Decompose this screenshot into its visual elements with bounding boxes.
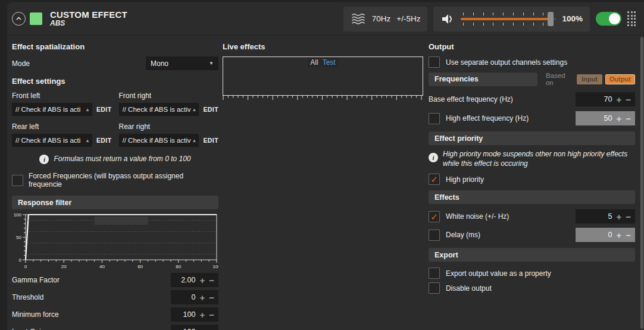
channel-front-right: Front right // Check if ABS is activ ▲ E…	[119, 88, 219, 116]
channel-label: Rear left	[12, 122, 112, 131]
effect-settings-heading: Effect settings	[12, 77, 218, 86]
minimum-force-stepper[interactable]: 100 + −	[171, 307, 218, 322]
slider-ticks-bottom	[463, 23, 554, 26]
svg-text:40: 40	[99, 264, 105, 269]
based-on-input-button[interactable]: Input	[577, 74, 602, 84]
effect-title-block: CUSTOM EFFECT ABS	[50, 10, 127, 28]
output-heading: Output	[429, 42, 635, 51]
decrement-icon[interactable]: −	[626, 231, 631, 240]
increment-icon[interactable]: +	[199, 293, 205, 302]
forced-frequencies-checkbox[interactable]	[12, 175, 23, 186]
svg-text:100: 100	[212, 264, 218, 269]
response-filter-chart[interactable]: 100806040200100500	[12, 211, 218, 270]
export-property-checkbox[interactable]	[429, 268, 440, 279]
forced-frequencies-label: Forced Frequencies (will bypass output a…	[29, 172, 218, 188]
chevron-up-icon	[15, 15, 23, 23]
decrement-icon[interactable]: −	[626, 212, 631, 221]
threshold-stepper[interactable]: 0 + −	[171, 290, 218, 304]
export-header: Export	[429, 248, 635, 262]
expand-formula-icon[interactable]: ▲	[192, 138, 197, 143]
slider-ticks-top	[463, 12, 554, 15]
decrement-icon[interactable]: −	[209, 328, 214, 330]
volume-slider-track[interactable]	[461, 18, 556, 20]
export-property-label: Export output value as a property	[446, 269, 551, 278]
input-gain-stepper[interactable]: 100 + −	[171, 325, 218, 330]
svg-text:100: 100	[14, 212, 22, 218]
channel-front-left: Front left // Check if ABS is acti ▲ EDI…	[12, 88, 112, 116]
decrement-icon[interactable]: −	[209, 310, 214, 319]
decrement-icon[interactable]: −	[626, 95, 631, 104]
delay-checkbox[interactable]	[429, 230, 440, 241]
white-noise-stepper[interactable]: 5 + −	[576, 209, 635, 224]
effect-color-swatch[interactable]	[30, 12, 42, 25]
drag-handle-icon[interactable]	[627, 11, 636, 26]
svg-text:0: 0	[24, 264, 27, 269]
based-on-output-button[interactable]: Output	[605, 74, 635, 84]
live-effects-column: Live effects All Test	[223, 36, 423, 102]
spatialization-heading: Effect spatialization	[12, 42, 218, 51]
mode-dropdown[interactable]: Mono ▼	[146, 56, 218, 70]
effect-panel: CUSTOM EFFECT ABS 70Hz +/-5Hz	[7, 2, 644, 330]
increment-icon[interactable]: +	[199, 328, 205, 330]
effect-subtitle: ABS	[50, 20, 127, 28]
increment-icon[interactable]: +	[616, 212, 621, 221]
increment-icon[interactable]: +	[199, 276, 205, 285]
decrement-icon[interactable]: −	[209, 276, 214, 285]
threshold-label: Threshold	[12, 293, 43, 301]
vertical-scrollbar[interactable]	[640, 37, 643, 329]
formula-input-front-left[interactable]: // Check if ABS is acti ▲	[12, 103, 92, 116]
mode-value: Mono	[151, 59, 168, 68]
edit-formula-button[interactable]: EDIT	[96, 137, 112, 144]
increment-icon[interactable]: +	[616, 95, 621, 104]
volume-slider[interactable]	[461, 12, 556, 26]
high-frequency-stepper[interactable]: 50 + −	[576, 111, 635, 125]
info-icon: i	[39, 155, 49, 164]
high-priority-checkbox[interactable]: ✓	[429, 174, 440, 185]
tab-all[interactable]: All	[310, 58, 318, 67]
separate-channels-label: Use separate output channels settings	[446, 58, 567, 67]
expand-formula-icon[interactable]: ▲	[85, 107, 90, 112]
expand-formula-icon[interactable]: ▲	[192, 107, 197, 112]
tab-test[interactable]: Test	[323, 58, 336, 67]
svg-text:80: 80	[176, 264, 181, 269]
channel-label: Front left	[12, 92, 112, 100]
edit-formula-button[interactable]: EDIT	[96, 106, 112, 113]
base-frequency-label: Base effect frequency (Hz)	[429, 95, 513, 103]
volume-slider-thumb[interactable]	[548, 12, 554, 26]
increment-icon[interactable]: +	[616, 231, 621, 240]
base-frequency-stepper[interactable]: 70 + −	[576, 92, 635, 106]
white-noise-checkbox[interactable]: ✓	[429, 211, 440, 222]
input-gain-label: Input Gain	[12, 328, 45, 330]
edit-formula-button[interactable]: EDIT	[203, 137, 218, 144]
minimum-force-label: Minimum force	[12, 310, 59, 319]
svg-text:50: 50	[16, 235, 21, 240]
check-icon: ✓	[430, 212, 438, 221]
disable-output-checkbox[interactable]	[429, 282, 440, 294]
live-effects-axis-ticks	[223, 96, 423, 102]
toggle-knob	[609, 13, 620, 24]
channel-rear-left: Rear left // Check if ABS is acti ▲ EDIT	[12, 116, 112, 147]
collapse-button[interactable]	[12, 12, 26, 26]
delay-stepper[interactable]: 0 + −	[576, 228, 635, 242]
high-frequency-checkbox[interactable]	[429, 113, 440, 124]
decrement-icon[interactable]: −	[626, 114, 631, 123]
decrement-icon[interactable]: −	[209, 293, 214, 302]
delay-label: Delay (ms)	[446, 231, 570, 239]
increment-icon[interactable]: +	[199, 310, 205, 319]
frequency-readout[interactable]: 70Hz +/-5Hz	[343, 7, 428, 32]
svg-text:0: 0	[19, 257, 22, 263]
formula-input-rear-left[interactable]: // Check if ABS is acti ▲	[12, 134, 92, 147]
gamma-factor-stepper[interactable]: 2.00 + −	[171, 273, 218, 287]
effect-enabled-toggle[interactable]	[596, 12, 621, 26]
formula-input-rear-right[interactable]: // Check if ABS is activ ▲	[119, 134, 199, 147]
live-effects-chart: All Test	[223, 56, 423, 96]
separate-channels-checkbox[interactable]	[429, 56, 440, 68]
expand-formula-icon[interactable]: ▲	[85, 138, 90, 143]
channel-label: Front right	[119, 92, 219, 100]
edit-formula-button[interactable]: EDIT	[203, 106, 218, 113]
increment-icon[interactable]: +	[616, 114, 621, 123]
formula-input-front-right[interactable]: // Check if ABS is activ ▲	[119, 103, 199, 116]
svg-text:20: 20	[61, 264, 67, 269]
response-filter-header: Response filter	[12, 196, 218, 209]
chevron-down-icon: ▼	[209, 61, 214, 66]
